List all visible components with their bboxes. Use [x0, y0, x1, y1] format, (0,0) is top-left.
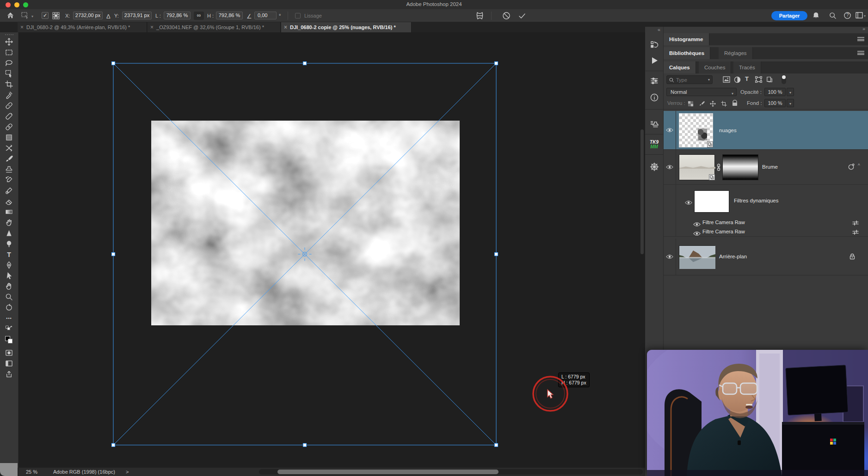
lock-artboard-icon[interactable]: [721, 100, 727, 109]
expand-dock-icon[interactable]: »: [862, 26, 865, 31]
filter-adjustment-layers-icon[interactable]: [734, 76, 741, 85]
collapse-smart-filters-icon[interactable]: ^: [858, 163, 860, 168]
document-tab-active[interactable]: ×DJI_0680-2 copie @ 25% (nuages, RVB/16)…: [281, 22, 412, 32]
close-tab-icon[interactable]: ×: [20, 22, 24, 32]
horizontal-scrollbar-track[interactable]: [259, 469, 643, 475]
panel-menu-icon[interactable]: [857, 51, 864, 55]
history-brush-tool-icon[interactable]: [3, 175, 16, 185]
healing-brush-tool-icon[interactable]: [3, 122, 16, 132]
tab-traces[interactable]: Tracés: [733, 61, 761, 73]
path-selection-tool-icon[interactable]: [3, 270, 16, 281]
tk9-panel-badge[interactable]: TK9 MM: [645, 138, 663, 152]
width-value-field[interactable]: 792,86 %: [164, 12, 191, 19]
smoothing-checkbox[interactable]: [295, 13, 301, 18]
vertical-scrollbar[interactable]: [640, 129, 644, 254]
content-aware-move-tool-icon[interactable]: [3, 143, 16, 153]
eyedropper-tool-icon[interactable]: [3, 90, 16, 100]
tk-wheel-panel-icon[interactable]: [645, 160, 663, 174]
object-selection-tool-icon[interactable]: [3, 68, 16, 79]
zoom-tool-icon[interactable]: [3, 292, 16, 302]
edit-toolbar-icon[interactable]: •••: [3, 313, 16, 323]
document-tab-2[interactable]: ×_OZ93041.NEF @ 32,6% (Groupe 1, RVB/16)…: [148, 22, 281, 32]
filter-settings-icon[interactable]: [852, 220, 859, 228]
status-expand-chevron[interactable]: >: [126, 469, 129, 475]
visibility-toggle[interactable]: [693, 230, 701, 238]
x-value-field[interactable]: 2732,00 px: [73, 12, 103, 19]
y-value-field[interactable]: 2373,91 px: [122, 12, 152, 19]
transform-handle-bottom-center[interactable]: [303, 444, 307, 447]
tool-presets-panel-icon[interactable]: [645, 117, 663, 131]
lock-transparency-icon[interactable]: [688, 100, 694, 109]
info-panel-icon[interactable]: [645, 91, 663, 104]
notifications-bell-icon[interactable]: [812, 12, 820, 21]
filter-type-layers-icon[interactable]: T: [745, 75, 749, 82]
visibility-toggle[interactable]: [664, 150, 676, 184]
rotate-view-tool-icon[interactable]: [3, 302, 16, 313]
document-tab-1[interactable]: ×DJI_0680-2 @ 49,3% (Arrière-plan, RVB/1…: [18, 22, 147, 32]
link-dimensions-icon[interactable]: ∞: [194, 12, 204, 20]
visibility-toggle[interactable]: [664, 238, 676, 275]
warp-mode-icon[interactable]: [475, 12, 484, 22]
tool-preset-chevron-icon[interactable]: ▾: [31, 14, 33, 18]
visibility-toggle[interactable]: [664, 111, 676, 149]
visibility-toggle[interactable]: [685, 199, 692, 207]
workspace-switcher-icon[interactable]: [856, 12, 863, 20]
properties-panel-icon[interactable]: [645, 74, 663, 88]
dodge-tool-icon[interactable]: [3, 238, 16, 249]
swap-colors-icon[interactable]: [3, 323, 16, 332]
filter-settings-icon[interactable]: [852, 229, 859, 237]
tab-calques[interactable]: Calques: [664, 61, 696, 73]
layer-row-nuages[interactable]: nuages: [664, 111, 868, 150]
close-tab-icon[interactable]: ×: [150, 22, 154, 32]
layer-name-brume[interactable]: Brume: [762, 164, 778, 170]
lock-all-icon[interactable]: [732, 100, 738, 108]
layer-thumbnail-nuages[interactable]: [679, 113, 713, 147]
transform-handle-middle-left[interactable]: [112, 253, 115, 256]
filter-smart-objects-icon[interactable]: [766, 76, 773, 85]
screen-mode-icon[interactable]: [3, 358, 16, 369]
collapse-strip-icon[interactable]: «: [658, 27, 660, 32]
sharpen-tool-icon[interactable]: [3, 228, 16, 238]
filter-pixel-layers-icon[interactable]: [723, 76, 730, 85]
opacity-dropdown-chevron[interactable]: ▾: [787, 88, 794, 96]
angle-value-field[interactable]: 0,00: [254, 12, 277, 19]
layer-filter-toggle[interactable]: [781, 74, 787, 86]
layer-lock-icon[interactable]: [850, 253, 855, 262]
canvas-area[interactable]: L : 6779 px H : 6779 px: [18, 32, 645, 468]
share-icon[interactable]: [3, 369, 16, 379]
layer-thumbnail-background[interactable]: [679, 245, 715, 269]
tool-preset-icon[interactable]: [21, 12, 29, 21]
tab-reglages[interactable]: Réglages: [719, 47, 753, 59]
blend-mode-dropdown[interactable]: Normal ▾: [666, 88, 737, 96]
art-history-brush-tool-icon[interactable]: [3, 185, 16, 196]
type-tool-icon[interactable]: T: [3, 249, 16, 260]
height-value-field[interactable]: 792,86 %: [216, 12, 243, 19]
transform-handle-middle-right[interactable]: [495, 253, 498, 256]
smudge-tool-icon[interactable]: [3, 217, 16, 228]
smart-filter-indicator-icon[interactable]: [848, 163, 855, 172]
fill-value-field[interactable]: 100 %: [764, 99, 786, 107]
layer-row-brume[interactable]: Brume ^: [664, 150, 868, 185]
history-panel-icon[interactable]: [645, 38, 663, 52]
panel-menu-icon[interactable]: [857, 37, 864, 41]
layer-filter-search[interactable]: ▾: [666, 75, 713, 84]
filter-shape-layers-icon[interactable]: [755, 76, 762, 85]
layer-name-nuages[interactable]: nuages: [719, 128, 737, 133]
hand-tool-icon[interactable]: [3, 281, 16, 292]
tab-histogramme[interactable]: Histogramme: [664, 33, 709, 45]
layer-name-background[interactable]: Arrière-plan: [719, 254, 747, 259]
layer-mask-thumbnail-brume[interactable]: [722, 154, 758, 180]
marquee-tool-icon[interactable]: [3, 47, 16, 58]
foreground-background-swatches[interactable]: [3, 332, 16, 348]
opacity-value-field[interactable]: 100 %: [764, 88, 786, 96]
quick-mask-icon[interactable]: [3, 348, 16, 358]
pen-tool-icon[interactable]: [3, 260, 16, 270]
cancel-transform-button[interactable]: [502, 12, 511, 22]
transform-handle-top-center[interactable]: [303, 62, 307, 65]
share-button[interactable]: Partager: [771, 11, 807, 20]
smart-filters-row[interactable]: Filtres dynamiques: [664, 185, 868, 218]
move-tool-icon[interactable]: [3, 37, 16, 47]
help-icon[interactable]: ?: [843, 12, 851, 21]
mask-link-icon[interactable]: [716, 164, 721, 173]
clone-stamp-tool-icon[interactable]: [3, 164, 16, 175]
